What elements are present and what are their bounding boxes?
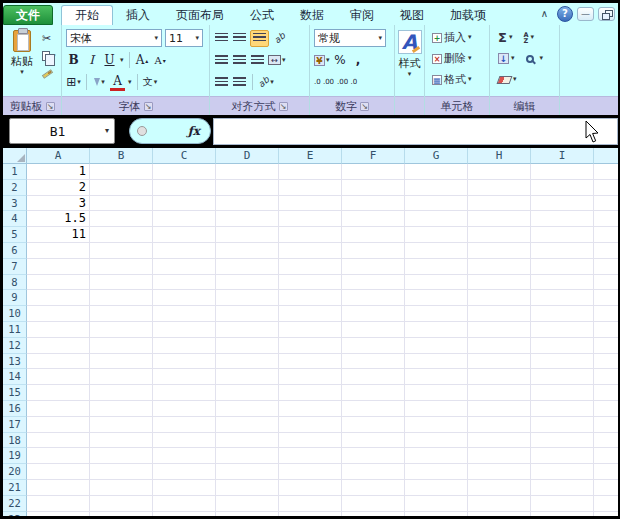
cell-I21[interactable]	[531, 480, 594, 496]
cell-A3[interactable]: 3	[27, 196, 90, 212]
cell-G12[interactable]	[405, 338, 468, 354]
cell-D15[interactable]	[216, 385, 279, 401]
fill-color-button[interactable]: ▾	[92, 74, 107, 91]
cell-D9[interactable]	[216, 290, 279, 306]
cell-H19[interactable]	[468, 448, 531, 464]
autosum-button[interactable]: Σ▾	[498, 31, 512, 45]
row-header-10[interactable]: 10	[3, 306, 27, 322]
cell-I6[interactable]	[531, 243, 594, 259]
cell-H13[interactable]	[468, 354, 531, 370]
cell-I22[interactable]	[531, 496, 594, 512]
cell-A8[interactable]	[27, 275, 90, 291]
cell-F19[interactable]	[342, 448, 405, 464]
cell-H22[interactable]	[468, 496, 531, 512]
name-box-dropdown-icon[interactable]: ▾	[105, 127, 109, 135]
cell-H16[interactable]	[468, 401, 531, 417]
cell-B13[interactable]	[90, 354, 153, 370]
insert-function-button[interactable]: ƒx	[129, 118, 211, 144]
cell-H10[interactable]	[468, 306, 531, 322]
cell-E14[interactable]	[279, 369, 342, 385]
cell-partial[interactable]	[594, 243, 618, 259]
cell-B10[interactable]	[90, 306, 153, 322]
tab-insert[interactable]: 插入	[113, 5, 163, 25]
cell-C6[interactable]	[153, 243, 216, 259]
cell-C11[interactable]	[153, 322, 216, 338]
font-dialog-launcher-icon[interactable]: ↘	[144, 102, 153, 111]
tab-review[interactable]: 审阅	[337, 5, 387, 25]
cell-B4[interactable]	[90, 211, 153, 227]
cell-D7[interactable]	[216, 259, 279, 275]
clipboard-dialog-launcher-icon[interactable]: ↘	[46, 102, 55, 111]
align-top-button[interactable]	[214, 30, 229, 47]
cell-G5[interactable]	[405, 227, 468, 243]
cell-E17[interactable]	[279, 417, 342, 433]
cell-A22[interactable]	[27, 496, 90, 512]
cell-B19[interactable]	[90, 448, 153, 464]
cell-B17[interactable]	[90, 417, 153, 433]
cell-H17[interactable]	[468, 417, 531, 433]
delete-cells-button[interactable]: ×删除▾	[432, 52, 472, 66]
cell-G8[interactable]	[405, 275, 468, 291]
cell-G17[interactable]	[405, 417, 468, 433]
cell-H18[interactable]	[468, 433, 531, 449]
font-size-select[interactable]: 11 ▾	[165, 29, 203, 47]
cell-B3[interactable]	[90, 196, 153, 212]
number-format-select[interactable]: 常规 ▾	[314, 29, 386, 47]
cell-H4[interactable]	[468, 211, 531, 227]
align-left-button[interactable]	[214, 52, 229, 69]
cell-E11[interactable]	[279, 322, 342, 338]
cell-E3[interactable]	[279, 196, 342, 212]
fill-button[interactable]: ↓▾	[498, 52, 515, 66]
cell-F3[interactable]	[342, 196, 405, 212]
cell-I10[interactable]	[531, 306, 594, 322]
tab-home[interactable]: 开始	[61, 5, 113, 25]
cell-E6[interactable]	[279, 243, 342, 259]
cell-G18[interactable]	[405, 433, 468, 449]
cell-A18[interactable]	[27, 433, 90, 449]
cell-C18[interactable]	[153, 433, 216, 449]
row-header-5[interactable]: 5	[3, 227, 27, 243]
cell-B23[interactable]	[90, 512, 153, 516]
cell-D21[interactable]	[216, 480, 279, 496]
cell-B5[interactable]	[90, 227, 153, 243]
cell-I18[interactable]	[531, 433, 594, 449]
cell-C12[interactable]	[153, 338, 216, 354]
cell-H9[interactable]	[468, 290, 531, 306]
cell-partial[interactable]	[594, 464, 618, 480]
row-header-6[interactable]: 6	[3, 243, 27, 259]
number-dialog-launcher-icon[interactable]: ↘	[360, 102, 369, 111]
cell-B12[interactable]	[90, 338, 153, 354]
row-header-12[interactable]: 12	[3, 338, 27, 354]
restore-icon[interactable]	[598, 7, 615, 21]
cell-C13[interactable]	[153, 354, 216, 370]
cell-F14[interactable]	[342, 369, 405, 385]
styles-button[interactable]: A 样式 ▾	[397, 27, 422, 94]
cell-I19[interactable]	[531, 448, 594, 464]
collapse-ribbon-icon[interactable]: ∧	[536, 7, 553, 21]
cell-I14[interactable]	[531, 369, 594, 385]
cell-A13[interactable]	[27, 354, 90, 370]
orientation-button[interactable]: ab	[272, 30, 287, 47]
cell-C20[interactable]	[153, 464, 216, 480]
cell-partial[interactable]	[594, 369, 618, 385]
shrink-font-button[interactable]: A▾	[153, 52, 168, 69]
cell-E23[interactable]	[279, 512, 342, 516]
cell-I11[interactable]	[531, 322, 594, 338]
cell-E1[interactable]	[279, 164, 342, 180]
cell-G1[interactable]	[405, 164, 468, 180]
cell-F17[interactable]	[342, 417, 405, 433]
cell-H2[interactable]	[468, 180, 531, 196]
cell-D3[interactable]	[216, 196, 279, 212]
cell-B2[interactable]	[90, 180, 153, 196]
row-header-7[interactable]: 7	[3, 259, 27, 275]
cell-E20[interactable]	[279, 464, 342, 480]
cell-A16[interactable]	[27, 401, 90, 417]
cell-A9[interactable]	[27, 290, 90, 306]
row-header-23[interactable]: 23	[3, 512, 27, 516]
cell-A15[interactable]	[27, 385, 90, 401]
cell-F12[interactable]	[342, 338, 405, 354]
decrease-indent-button[interactable]	[214, 74, 229, 91]
cell-partial[interactable]	[594, 480, 618, 496]
cell-E7[interactable]	[279, 259, 342, 275]
cell-partial[interactable]	[594, 448, 618, 464]
